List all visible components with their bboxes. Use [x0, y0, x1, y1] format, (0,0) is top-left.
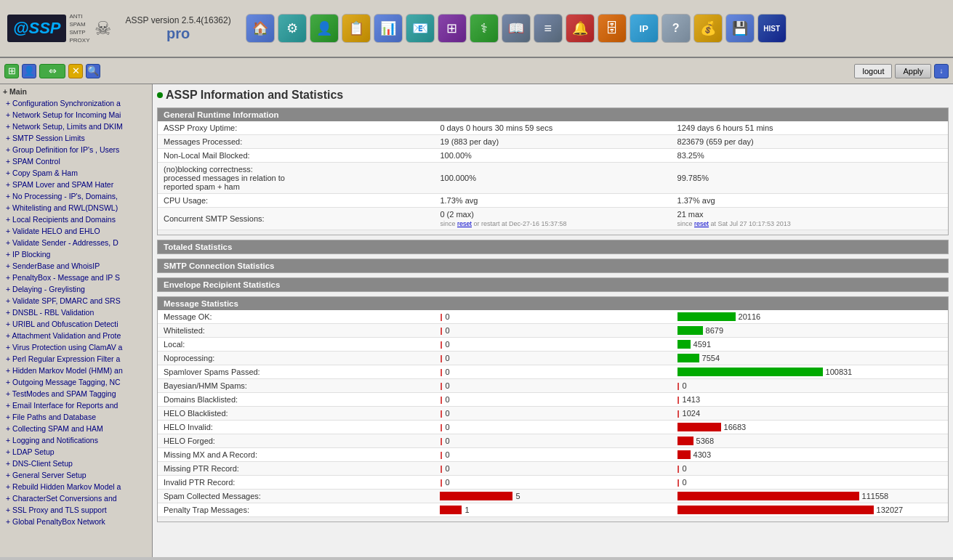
- totaled-stats-header[interactable]: Totaled Statistics: [158, 240, 948, 253]
- toolbar: ⊞ 👤 ⇔ ✕ 🔍 logout Apply ↓: [0, 58, 953, 84]
- sidebar-item-uribl[interactable]: + URIBL and Obfuscation Detecti: [0, 318, 152, 330]
- sidebar-item-file-paths[interactable]: + File Paths and Database: [0, 411, 152, 423]
- table-row: HELO Blacklisted: | 0 | 1024: [158, 407, 948, 421]
- bar-value: 0: [446, 478, 450, 487]
- sidebar-item-attachment[interactable]: + Attachment Validation and Prote: [0, 330, 152, 341]
- toolbar-apply-icon[interactable]: ↓: [934, 64, 949, 78]
- toolbar-x-icon[interactable]: ✕: [68, 64, 83, 78]
- whitelisted-label: Whitelisted:: [158, 324, 434, 338]
- bar-marker: |: [440, 478, 442, 487]
- sidebar-item-rebuild-hmm[interactable]: + Rebuild Hidden Markov Model a: [0, 481, 152, 492]
- sidebar-item-local-recipients[interactable]: + Local Recipients and Domains: [0, 214, 152, 225]
- bar-red: [440, 506, 462, 514]
- table-row: ASSP Proxy Uptime: 0 days 0 hours 30 min…: [158, 121, 948, 135]
- missing-ptr-right: | 0: [672, 462, 948, 476]
- sidebar-item-dns-client[interactable]: + DNS-Client Setup: [0, 458, 152, 469]
- sidebar-item-validate-helo[interactable]: + Validate HELO and EHLO: [0, 225, 152, 237]
- sidebar-item-global-penaltybox[interactable]: + Global PenaltyBox Network: [0, 516, 152, 527]
- sidebar-item-no-processing[interactable]: + No Processing - IP's, Domains,: [0, 190, 152, 202]
- smtp-stats-header[interactable]: SMTP Connection Statistics: [158, 259, 948, 272]
- bar-marker: |: [677, 381, 680, 390]
- bar-cell-left: | 0: [440, 409, 665, 418]
- table-row: Whitelisted: | 0 8679: [158, 324, 948, 338]
- sidebar-item-ldap[interactable]: + LDAP Setup: [0, 446, 152, 458]
- bar-value: 5368: [696, 437, 714, 445]
- sidebar-item-spam-control[interactable]: + SPAM Control: [0, 155, 152, 167]
- sidebar-item-general-server[interactable]: + General Server Setup: [0, 469, 152, 481]
- reset-link-1[interactable]: reset: [457, 220, 472, 227]
- apply-button[interactable]: Apply: [895, 64, 931, 78]
- sidebar-item-testmodes[interactable]: + TestModes and SPAM Tagging: [0, 388, 152, 399]
- sidebar-item-outgoing[interactable]: + Outgoing Message Tagging, NC: [0, 376, 152, 388]
- helo-blacklisted-label: HELO Blacklisted:: [158, 407, 434, 421]
- sidebar-item-validate-sender[interactable]: + Validate Sender - Addresses, D: [0, 237, 152, 248]
- save-icon[interactable]: 💾: [725, 14, 755, 43]
- medical-icon[interactable]: ⚕: [470, 14, 499, 43]
- sidebar-item-perl-regex[interactable]: + Perl Regular Expression Filter a: [0, 353, 152, 365]
- text-icon[interactable]: ≡: [534, 14, 563, 43]
- sidebar-item-network-dkim[interactable]: + Network Setup, Limits and DKIM: [0, 121, 152, 132]
- ip-icon[interactable]: IP: [630, 14, 659, 43]
- logo: @SSP: [7, 15, 66, 42]
- archive-icon[interactable]: 🗄: [598, 14, 627, 43]
- bar-value: 0: [446, 354, 450, 362]
- config-icon[interactable]: ⚙: [278, 14, 307, 43]
- sidebar-item-network-incoming[interactable]: + Network Setup for Incoming Mai: [0, 109, 152, 121]
- envelope-stats-header[interactable]: Envelope Recipient Statistics: [158, 278, 948, 291]
- sidebar-item-main[interactable]: + Main: [0, 86, 152, 97]
- help-icon[interactable]: ?: [662, 14, 691, 43]
- sidebar-item-config-sync[interactable]: + Configuration Synchronization a: [0, 97, 152, 109]
- logo-area: @SSP ANTISPAMSMTPPROXY ☠: [7, 12, 111, 45]
- helo-forged-left: | 0: [434, 434, 671, 448]
- toolbar-search-icon[interactable]: 🔍: [86, 64, 100, 78]
- sidebar-item-dnsbl[interactable]: + DNSBL - RBL Validation: [0, 307, 152, 318]
- grid-icon[interactable]: ⊞: [438, 14, 467, 43]
- reset-link-2[interactable]: reset: [694, 220, 709, 227]
- history-icon[interactable]: HIST: [757, 14, 787, 43]
- bar-cell-left: | 0: [440, 340, 665, 349]
- toolbar-arrows-icon[interactable]: ⇔: [39, 64, 65, 78]
- book-icon[interactable]: 📖: [502, 14, 531, 43]
- log-icon[interactable]: 📋: [342, 14, 371, 43]
- sidebar-item-hmm[interactable]: + Hidden Markov Model (HMM) an: [0, 365, 152, 376]
- message-stats-header[interactable]: Message Statistics: [158, 297, 948, 310]
- bar-cell-left: | 0: [440, 354, 665, 362]
- chart-icon[interactable]: 📊: [374, 14, 403, 43]
- helo-blacklisted-left: | 0: [434, 407, 671, 421]
- sidebar-item-whitelisting[interactable]: + Whitelisting and RWL(DNSWL): [0, 202, 152, 214]
- logout-button[interactable]: logout: [854, 64, 892, 78]
- home-icon[interactable]: 🏠: [246, 14, 275, 43]
- toolbar-person-icon[interactable]: 👤: [22, 64, 36, 78]
- sidebar-item-logging[interactable]: + Logging and Notifications: [0, 434, 152, 446]
- bar-marker: |: [440, 450, 442, 459]
- bar-value: 0: [446, 409, 450, 418]
- email-icon[interactable]: 📧: [406, 14, 435, 43]
- sidebar-item-penaltybox[interactable]: + PenaltyBox - Message and IP S: [0, 272, 152, 283]
- sidebar-item-delaying[interactable]: + Delaying - Greylisting: [0, 283, 152, 295]
- donate-icon[interactable]: 💰: [693, 14, 723, 43]
- bell-icon[interactable]: 🔔: [566, 14, 595, 43]
- bar-value: 0: [446, 395, 450, 404]
- bar-cell-left: | 0: [440, 395, 665, 404]
- sidebar-item-spam-lover[interactable]: + SPAM Lover and SPAM Hater: [0, 179, 152, 190]
- sidebar-item-collecting[interactable]: + Collecting SPAM and HAM: [0, 423, 152, 434]
- sidebar-item-smtp-session[interactable]: + SMTP Session Limits: [0, 132, 152, 144]
- table-row: Bayesian/HMM Spams: | 0 | 0: [158, 379, 948, 393]
- sidebar-item-validate-spf[interactable]: + Validate SPF, DMARC and SRS: [0, 295, 152, 307]
- sidebar-item-email-interface[interactable]: + Email Interface for Reports and: [0, 399, 152, 411]
- bar-value: 5: [515, 492, 520, 500]
- sidebar-item-virus[interactable]: + Virus Protection using ClamAV a: [0, 341, 152, 353]
- sidebar-item-ssl[interactable]: + SSL Proxy and TLS support: [0, 504, 152, 516]
- sidebar-item-charset[interactable]: + CharacterSet Conversions and: [0, 492, 152, 504]
- local-right: 4591: [672, 338, 948, 352]
- sidebar-item-ip-blocking[interactable]: + IP Blocking: [0, 248, 152, 260]
- user-icon[interactable]: 👤: [310, 14, 339, 43]
- bar-cell-left: | 0: [440, 464, 665, 473]
- general-runtime-header[interactable]: General Runtime Information: [158, 108, 948, 121]
- bar-marker: |: [440, 381, 442, 390]
- sidebar-item-copy-spam[interactable]: + Copy Spam & Ham: [0, 167, 152, 179]
- sidebar-item-senderbase[interactable]: + SenderBase and WhoisIP: [0, 260, 152, 272]
- sidebar-item-group-def[interactable]: + Group Definition for IP's , Users: [0, 144, 152, 155]
- blocked-value2: 83.25%: [672, 149, 948, 163]
- toolbar-grid-icon[interactable]: ⊞: [4, 64, 19, 78]
